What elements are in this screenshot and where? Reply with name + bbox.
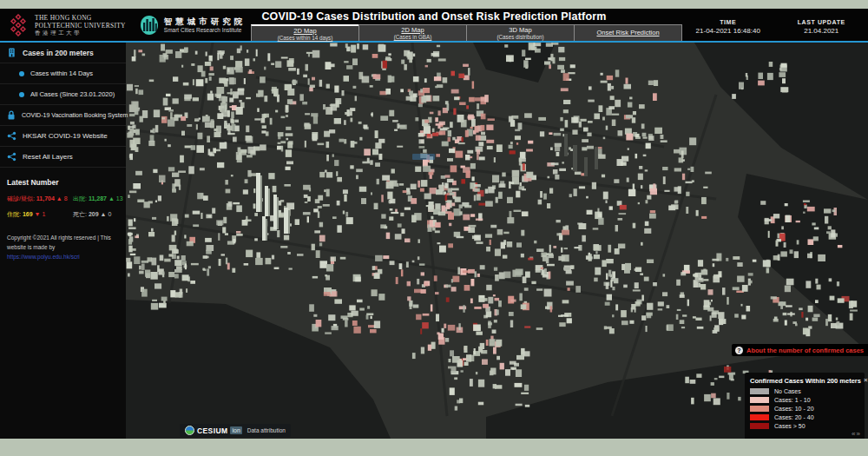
stat-deaths: 死亡: 209 ▲ 0 [73,210,123,219]
cesium-globe-icon [185,426,194,435]
scri-name-en: Smart Cities Research Institute [164,27,247,34]
polyu-name-cn: 香港理工大學 [35,30,126,36]
sidebar-item-all-cases[interactable]: All Cases (Since 23.01.2020) [0,84,126,105]
sidebar-item-label: Reset All Layers [23,153,73,161]
last-update-display: LAST UPDATE 21.04.2021 [775,19,868,35]
stat-discharged: 出院: 11,287 ▲ 13 [73,195,123,203]
sidebar: Cases in 200 meters Cases within 14 Days… [0,43,126,439]
cesium-ion-badge: ion [230,426,241,434]
share-icon [7,152,16,162]
bullet-icon [19,71,24,76]
map-canvas[interactable]: ? About the number of confirmed cases Co… [126,43,868,439]
time-display: TIME 21-04-2021 16:48:40 [681,19,775,35]
sidebar-item-cases-14days[interactable]: Cases within 14 Days [0,63,126,84]
legend-item: Cases: 20 - 40 [750,414,859,420]
sidebar-item-label: HKSAR COVID-19 Website [23,132,108,140]
tab-2d-map-14days[interactable]: 2D Map (Cases within 14 days) [251,24,359,41]
copyright: Copyright ©2021 All rights reserved | Th… [0,219,126,261]
copyright-line2: website is made by [7,242,123,252]
legend-title: Confirmed Cases Within 200 meters [750,377,861,385]
notice-text: About the number of confirmed cases [746,347,864,354]
scri-website-link[interactable]: https://www.polyu.edu.hk/scri [7,252,123,261]
latest-number-stats: 確診/疑似: 11,704 ▲ 8 出院: 11,287 ▲ 13 住院: 16… [7,195,119,219]
legend-item: Cases: 10 - 20 [750,406,859,412]
clock-area: TIME 21-04-2021 16:48:40 LAST UPDATE 21.… [681,19,868,35]
polyu-name-line2: POLYTECHNIC UNIVERSITY [35,22,126,30]
bullet-icon [19,92,24,97]
help-icon: ? [735,347,743,354]
legend-item: Cases: 1 - 10 [750,397,859,403]
sidebar-item-label: COVID-19 Vaccination Booking System [22,112,128,118]
legend-resize-icon[interactable]: «» [852,431,861,438]
legend-item: No Cases [750,388,859,394]
latest-number-title: Latest Number [7,178,119,187]
legend-item: Cases > 50 [750,423,859,429]
app-window: THE HONG KONG POLYTECHNIC UNIVERSITY 香港理… [0,9,868,439]
lock-icon [7,110,16,120]
legend-swatch [750,423,769,429]
sidebar-item-reset-layers[interactable]: Reset All Layers [0,147,126,168]
legend-swatch [750,406,769,412]
sidebar-item-label: All Cases (Since 23.01.2020) [30,90,115,98]
legend-swatch [750,388,769,394]
sidebar-item-hksar-website[interactable]: HKSAR COVID-19 Website [0,126,126,147]
sidebar-item-cases-200m[interactable]: Cases in 200 meters [0,43,126,63]
cesium-brand: CESIUM [197,426,227,435]
legend-swatch [750,397,769,403]
cesium-attribution: CESIUM ion Data attribution [180,424,291,437]
stat-confirmed: 確診/疑似: 11,704 ▲ 8 [7,195,73,203]
sidebar-item-label: Cases in 200 meters [23,49,94,57]
tab-3d-map-distribution[interactable]: 3D Map (Cases distribution) [466,24,575,41]
time-value: 21-04-2021 16:48:40 [681,27,775,35]
sidebar-item-label: Cases within 14 Days [30,69,93,77]
data-attribution-link[interactable]: Data attribution [247,427,286,433]
tab-2d-map-gba[interactable]: 2D Map (Cases in GBA) [358,24,467,41]
building-icon [7,48,16,57]
confirmed-cases-notice[interactable]: ? About the number of confirmed cases [732,344,868,356]
latest-number-panel: Latest Number 確診/疑似: 11,704 ▲ 8 出院: 11,2… [0,168,126,219]
header: THE HONG KONG POLYTECHNIC UNIVERSITY 香港理… [0,9,868,41]
stat-hospitalized: 住院: 169 ▼ 1 [7,210,73,219]
legend-panel: Confirmed Cases Within 200 meters × No C… [745,373,865,439]
time-label: TIME [681,19,775,25]
tab-onset-risk-prediction[interactable]: Onset Risk Prediction [574,24,682,41]
share-icon [7,131,16,141]
last-update-label: LAST UPDATE [775,19,868,25]
last-update-value: 21.04.2021 [775,27,868,35]
tab-bar: 2D Map (Cases within 14 days) 2D Map (Ca… [252,24,682,41]
sidebar-item-vaccination-booking[interactable]: COVID-19 Vaccination Booking System [0,105,126,126]
legend-swatch [750,414,769,420]
copyright-line1: Copyright ©2021 All rights reserved | Th… [7,233,123,242]
legend-close-button[interactable]: × [864,377,868,383]
